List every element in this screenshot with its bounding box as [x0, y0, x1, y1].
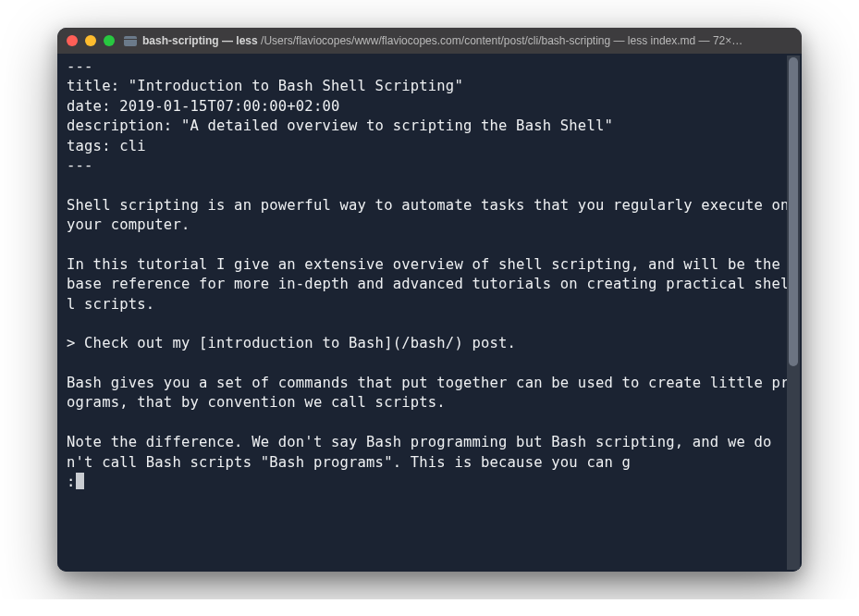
- folder-icon: [124, 36, 137, 46]
- close-button[interactable]: [67, 35, 78, 46]
- cursor: [76, 473, 84, 489]
- titlebar[interactable]: bash-scripting — less /Users/flaviocopes…: [57, 28, 802, 54]
- titlebar-process: bash-scripting — less: [142, 34, 258, 47]
- traffic-lights: [67, 35, 115, 46]
- titlebar-path-text: /Users/flaviocopes/www/flaviocopes.com/c…: [261, 34, 742, 47]
- terminal-window: bash-scripting — less /Users/flaviocopes…: [57, 28, 802, 572]
- scrollbar-thumb[interactable]: [789, 57, 798, 366]
- terminal-content: --- title: "Introduction to Bash Shell S…: [67, 57, 792, 492]
- terminal-body[interactable]: --- title: "Introduction to Bash Shell S…: [57, 54, 802, 572]
- titlebar-text: bash-scripting — less /Users/flaviocopes…: [142, 34, 792, 47]
- scrollbar-track[interactable]: [787, 55, 800, 570]
- minimize-button[interactable]: [85, 35, 96, 46]
- maximize-button[interactable]: [104, 35, 115, 46]
